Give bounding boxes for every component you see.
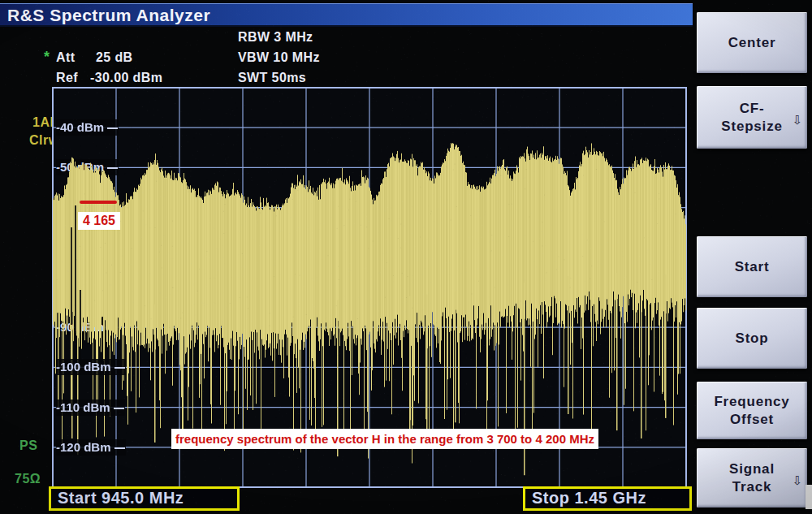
annotation-text: frequency spectrum of the vector H in th…	[171, 429, 598, 449]
analyzer-screen: R&S Spectrum Analyzer * Att 25 dB Ref -3…	[0, 0, 812, 514]
start-frequency-readout: Start 945.0 MHz	[49, 486, 240, 511]
peak-marker-label: 4 165	[78, 212, 120, 230]
y-axis-label-dash	[114, 367, 125, 369]
y-axis-label: -120 dBm	[56, 439, 126, 456]
y-axis-label: -100 dBm	[56, 359, 126, 375]
y-axis-label-dash	[114, 447, 125, 449]
peak-marker-line	[80, 201, 117, 204]
y-axis-label-dash	[107, 127, 118, 129]
y-axis-label-text: -110 dBm	[56, 400, 110, 414]
stop-frequency-readout: Stop 1.45 GHz	[523, 486, 692, 511]
y-axis-label-dash	[114, 408, 124, 409]
y-axis-label-text: -40 dBm	[56, 120, 104, 134]
y-axis-label-text: -100 dBm	[56, 360, 111, 374]
spectrum-trace	[53, 88, 686, 487]
y-axis-label: -110 dBm	[56, 400, 125, 416]
bezel-sliver	[806, 485, 812, 509]
y-axis-label: -40 dBm	[56, 119, 119, 136]
y-axis-label-text: -120 dBm	[56, 440, 111, 454]
